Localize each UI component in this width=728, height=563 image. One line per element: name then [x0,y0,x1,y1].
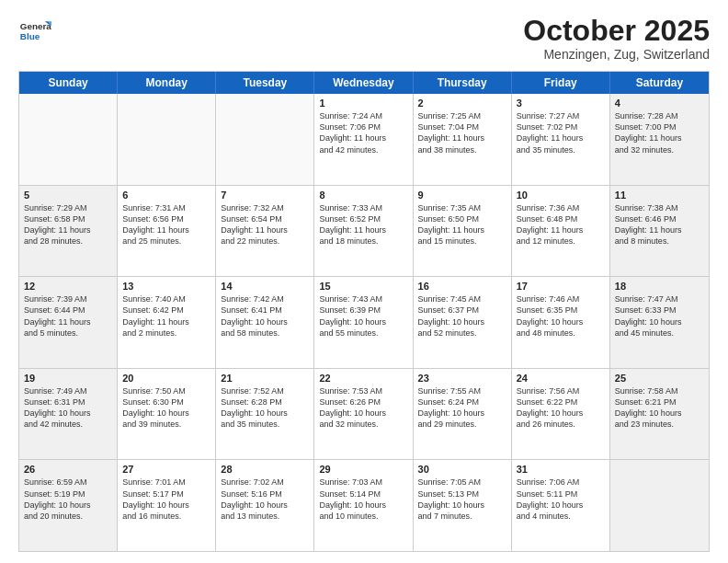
day-number: 20 [122,373,210,384]
day-number: 22 [319,373,407,384]
page: General Blue October 2025 Menzingen, Zug… [0,0,728,563]
day-cell-22: 22Sunrise: 7:53 AM Sunset: 6:26 PM Dayli… [314,369,413,460]
calendar-row-2: 12Sunrise: 7:39 AM Sunset: 6:44 PM Dayli… [19,276,709,368]
day-cell-24: 24Sunrise: 7:56 AM Sunset: 6:22 PM Dayli… [512,369,610,460]
day-info: Sunrise: 7:36 AM Sunset: 6:48 PM Dayligh… [517,202,605,247]
day-number: 3 [517,98,605,109]
day-cell-26: 26Sunrise: 6:59 AM Sunset: 5:19 PM Dayli… [19,460,118,551]
calendar-row-3: 19Sunrise: 7:49 AM Sunset: 6:31 PM Dayli… [19,368,709,460]
day-cell-8: 8Sunrise: 7:33 AM Sunset: 6:52 PM Daylig… [314,186,413,277]
calendar-body: 1Sunrise: 7:24 AM Sunset: 7:06 PM Daylig… [19,94,709,551]
day-info: Sunrise: 6:59 AM Sunset: 5:19 PM Dayligh… [24,477,112,522]
header: General Blue October 2025 Menzingen, Zug… [18,15,710,62]
day-cell-12: 12Sunrise: 7:39 AM Sunset: 6:44 PM Dayli… [19,277,118,368]
day-number: 9 [418,190,506,201]
month-title: October 2025 [523,15,710,47]
logo: General Blue [18,15,51,48]
day-number: 27 [122,464,210,475]
day-cell-15: 15Sunrise: 7:43 AM Sunset: 6:39 PM Dayli… [314,277,413,368]
day-number: 28 [221,464,309,475]
location: Menzingen, Zug, Switzerland [523,47,710,62]
calendar-row-4: 26Sunrise: 6:59 AM Sunset: 5:19 PM Dayli… [19,459,709,551]
day-cell-11: 11Sunrise: 7:38 AM Sunset: 6:46 PM Dayli… [610,186,709,277]
day-number: 24 [517,373,605,384]
day-number: 16 [418,281,506,292]
day-cell-7: 7Sunrise: 7:32 AM Sunset: 6:54 PM Daylig… [216,186,314,277]
day-cell-20: 20Sunrise: 7:50 AM Sunset: 6:30 PM Dayli… [118,369,216,460]
day-info: Sunrise: 7:31 AM Sunset: 6:56 PM Dayligh… [122,202,210,247]
calendar-header: SundayMondayTuesdayWednesdayThursdayFrid… [19,72,709,94]
day-info: Sunrise: 7:25 AM Sunset: 7:04 PM Dayligh… [418,110,506,155]
day-info: Sunrise: 7:55 AM Sunset: 6:24 PM Dayligh… [418,385,506,431]
day-cell-25: 25Sunrise: 7:58 AM Sunset: 6:21 PM Dayli… [610,369,709,460]
day-info: Sunrise: 7:27 AM Sunset: 7:02 PM Dayligh… [517,110,605,155]
calendar-row-0: 1Sunrise: 7:24 AM Sunset: 7:06 PM Daylig… [19,94,709,185]
day-info: Sunrise: 7:24 AM Sunset: 7:06 PM Dayligh… [319,110,407,155]
day-cell-18: 18Sunrise: 7:47 AM Sunset: 6:33 PM Dayli… [610,277,709,368]
day-info: Sunrise: 7:49 AM Sunset: 6:31 PM Dayligh… [24,385,112,431]
day-cell-27: 27Sunrise: 7:01 AM Sunset: 5:17 PM Dayli… [118,460,216,551]
day-info: Sunrise: 7:52 AM Sunset: 6:28 PM Dayligh… [221,385,309,431]
header-day-monday: Monday [118,72,216,94]
day-cell-9: 9Sunrise: 7:35 AM Sunset: 6:50 PM Daylig… [414,186,512,277]
day-cell-30: 30Sunrise: 7:05 AM Sunset: 5:13 PM Dayli… [414,460,512,551]
day-info: Sunrise: 7:58 AM Sunset: 6:21 PM Dayligh… [615,385,704,431]
empty-cell-0-1 [118,94,216,185]
day-number: 29 [319,464,407,475]
header-day-thursday: Thursday [414,72,512,94]
day-number: 26 [24,464,112,475]
day-number: 5 [24,190,112,201]
day-number: 25 [615,373,704,384]
day-info: Sunrise: 7:42 AM Sunset: 6:41 PM Dayligh… [221,293,309,339]
day-info: Sunrise: 7:32 AM Sunset: 6:54 PM Dayligh… [221,202,309,247]
day-number: 13 [122,281,210,292]
day-cell-31: 31Sunrise: 7:06 AM Sunset: 5:11 PM Dayli… [512,460,610,551]
day-info: Sunrise: 7:47 AM Sunset: 6:33 PM Dayligh… [615,293,704,339]
day-cell-3: 3Sunrise: 7:27 AM Sunset: 7:02 PM Daylig… [512,94,610,185]
calendar-row-1: 5Sunrise: 7:29 AM Sunset: 6:58 PM Daylig… [19,185,709,277]
day-info: Sunrise: 7:02 AM Sunset: 5:16 PM Dayligh… [221,477,309,522]
day-info: Sunrise: 7:43 AM Sunset: 6:39 PM Dayligh… [319,293,407,339]
day-number: 8 [319,190,407,201]
svg-text:General: General [20,21,51,31]
day-cell-21: 21Sunrise: 7:52 AM Sunset: 6:28 PM Dayli… [216,369,314,460]
day-info: Sunrise: 7:06 AM Sunset: 5:11 PM Dayligh… [517,477,605,522]
day-cell-4: 4Sunrise: 7:28 AM Sunset: 7:00 PM Daylig… [610,94,709,185]
title-block: October 2025 Menzingen, Zug, Switzerland [523,15,710,62]
day-info: Sunrise: 7:50 AM Sunset: 6:30 PM Dayligh… [122,385,210,431]
day-number: 7 [221,190,309,201]
day-cell-10: 10Sunrise: 7:36 AM Sunset: 6:48 PM Dayli… [512,186,610,277]
day-number: 21 [221,373,309,384]
day-number: 30 [418,464,506,475]
day-info: Sunrise: 7:45 AM Sunset: 6:37 PM Dayligh… [418,293,506,339]
day-cell-17: 17Sunrise: 7:46 AM Sunset: 6:35 PM Dayli… [512,277,610,368]
day-info: Sunrise: 7:03 AM Sunset: 5:14 PM Dayligh… [319,477,407,522]
day-cell-14: 14Sunrise: 7:42 AM Sunset: 6:41 PM Dayli… [216,277,314,368]
day-number: 12 [24,281,112,292]
day-number: 6 [122,190,210,201]
header-day-wednesday: Wednesday [314,72,413,94]
day-info: Sunrise: 7:05 AM Sunset: 5:13 PM Dayligh… [418,477,506,522]
day-info: Sunrise: 7:46 AM Sunset: 6:35 PM Dayligh… [517,293,605,339]
day-info: Sunrise: 7:35 AM Sunset: 6:50 PM Dayligh… [418,202,506,247]
day-cell-6: 6Sunrise: 7:31 AM Sunset: 6:56 PM Daylig… [118,186,216,277]
empty-cell-0-0 [19,94,118,185]
day-info: Sunrise: 7:01 AM Sunset: 5:17 PM Dayligh… [122,477,210,522]
day-info: Sunrise: 7:38 AM Sunset: 6:46 PM Dayligh… [615,202,704,247]
empty-cell-0-2 [216,94,314,185]
day-cell-16: 16Sunrise: 7:45 AM Sunset: 6:37 PM Dayli… [414,277,512,368]
day-cell-13: 13Sunrise: 7:40 AM Sunset: 6:42 PM Dayli… [118,277,216,368]
header-day-saturday: Saturday [610,72,709,94]
day-info: Sunrise: 7:33 AM Sunset: 6:52 PM Dayligh… [319,202,407,247]
day-number: 19 [24,373,112,384]
day-cell-19: 19Sunrise: 7:49 AM Sunset: 6:31 PM Dayli… [19,369,118,460]
day-number: 2 [418,98,506,109]
day-info: Sunrise: 7:40 AM Sunset: 6:42 PM Dayligh… [122,293,210,339]
day-cell-1: 1Sunrise: 7:24 AM Sunset: 7:06 PM Daylig… [314,94,413,185]
svg-text:Blue: Blue [20,31,40,41]
day-number: 10 [517,190,605,201]
day-info: Sunrise: 7:56 AM Sunset: 6:22 PM Dayligh… [517,385,605,431]
day-number: 15 [319,281,407,292]
day-number: 31 [517,464,605,475]
general-blue-icon: General Blue [18,15,51,48]
